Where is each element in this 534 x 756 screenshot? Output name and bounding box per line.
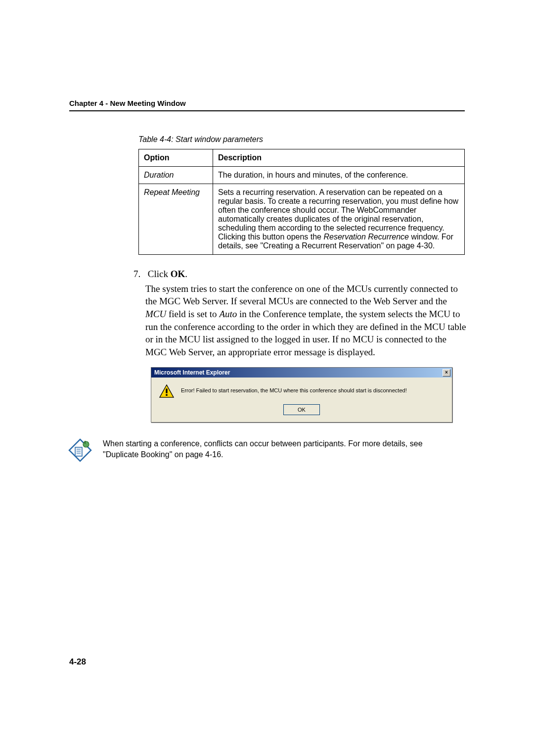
table-row: Duration The duration, in hours and minu… bbox=[139, 167, 465, 184]
note-row: When starting a conference, conflicts ca… bbox=[69, 437, 465, 463]
parameters-table: Option Description Duration The duration… bbox=[138, 149, 465, 255]
step-body-em: Auto bbox=[219, 309, 237, 319]
dialog-body: Error! Failed to start reservation, the … bbox=[151, 378, 452, 402]
desc-em: Reservation Recurrence bbox=[323, 233, 409, 241]
note-text: When starting a conference, conflicts ca… bbox=[103, 437, 444, 460]
dialog-title: Microsoft Internet Explorer bbox=[154, 369, 230, 376]
note-icon bbox=[67, 437, 93, 463]
dialog-buttons: OK bbox=[151, 402, 452, 422]
svg-rect-5 bbox=[85, 441, 86, 444]
step-body-text: The system tries to start the conference… bbox=[145, 284, 458, 307]
description-cell: The duration, in hours and minutes, of t… bbox=[213, 167, 465, 184]
table-header-description: Description bbox=[213, 149, 465, 167]
table-header-option: Option bbox=[139, 149, 213, 167]
step-instruction-post: . bbox=[185, 269, 187, 279]
step-body: The system tries to start the conference… bbox=[145, 283, 470, 359]
step-instruction-pre: Click bbox=[148, 269, 171, 279]
chapter-header: Chapter 4 - New Meeting Window bbox=[69, 99, 465, 107]
step-body-text: field is set to bbox=[166, 309, 219, 319]
close-icon[interactable]: × bbox=[443, 369, 450, 377]
option-cell: Duration bbox=[139, 167, 213, 184]
dialog-titlebar[interactable]: Microsoft Internet Explorer × bbox=[151, 368, 452, 378]
step-number: 7. bbox=[134, 268, 145, 281]
table-row: Repeat Meeting Sets a recurring reservat… bbox=[139, 184, 465, 255]
step-7: 7. Click OK. The system tries to start t… bbox=[134, 268, 470, 358]
step-instruction-bold: OK bbox=[171, 269, 185, 279]
error-dialog: Microsoft Internet Explorer × Error! Fai… bbox=[151, 367, 452, 423]
header-divider bbox=[69, 110, 465, 111]
ok-button[interactable]: OK bbox=[283, 404, 320, 415]
step-body-em: MCU bbox=[145, 309, 166, 319]
dialog-message: Error! Failed to start reservation, the … bbox=[181, 384, 407, 393]
svg-rect-2 bbox=[166, 394, 167, 396]
page-number: 4-28 bbox=[69, 657, 86, 667]
table-header-row: Option Description bbox=[139, 149, 465, 167]
svg-point-4 bbox=[83, 441, 89, 447]
warning-icon bbox=[159, 384, 174, 398]
description-cell: Sets a recurring reservation. A reservat… bbox=[213, 184, 465, 255]
svg-rect-1 bbox=[166, 389, 167, 393]
table-caption: Table 4-4: Start window parameters bbox=[138, 135, 465, 144]
option-cell: Repeat Meeting bbox=[139, 184, 213, 255]
